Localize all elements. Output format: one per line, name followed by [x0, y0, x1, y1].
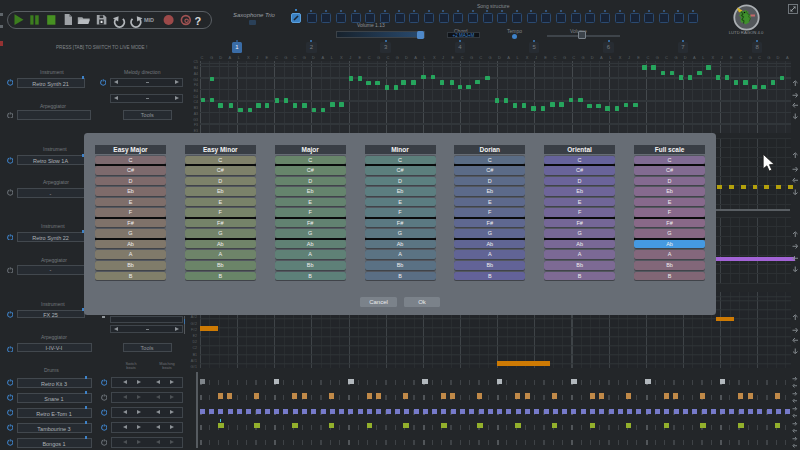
svg-text:MID: MID [144, 17, 154, 23]
svg-text:?: ? [195, 15, 202, 27]
